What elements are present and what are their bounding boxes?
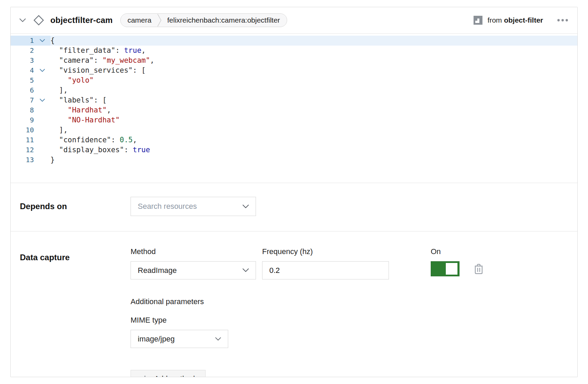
code-line-content: ], (50, 125, 577, 135)
data-capture-form: Method ReadImage Frequency (hz) On (131, 247, 483, 377)
module-icon (473, 15, 483, 25)
component-type-badge: camera felixreichenbach:camera:objectfil… (120, 13, 287, 27)
editor-line[interactable]: 5 "yolo" (11, 75, 577, 85)
line-number: 2 (11, 46, 34, 56)
fold-chevron-icon[interactable] (34, 65, 50, 75)
code-line-content: { (50, 36, 577, 46)
mime-type-label: MIME type (131, 316, 483, 325)
editor-line[interactable]: 9 "NO-Hardhat" (11, 115, 577, 125)
line-number: 12 (11, 145, 34, 155)
depends-on-section: Depends on Search resources (11, 183, 577, 231)
method-label: Method (131, 247, 256, 256)
breadcrumb-chevron-icon (157, 13, 161, 27)
add-method-button[interactable]: Add method (131, 370, 206, 377)
fold-spacer (34, 135, 50, 145)
fold-spacer (34, 56, 50, 65)
json-editor[interactable]: 1{2 "filter_data": true,3 "camera": "my_… (11, 34, 577, 183)
code-line-content: "display_boxes": true (50, 145, 577, 155)
line-number: 5 (11, 75, 34, 85)
from-module-text[interactable]: from object-filter (488, 16, 543, 24)
line-number: 9 (11, 115, 34, 125)
code-line-content: "labels": [ (50, 95, 577, 105)
add-method-label: Add method (154, 374, 195, 377)
line-number: 11 (11, 135, 34, 145)
select-chevron-icon (243, 268, 249, 272)
editor-line[interactable]: 3 "camera": "my_webcam", (11, 56, 577, 65)
line-number: 1 (11, 36, 34, 46)
toggle-knob (446, 263, 457, 275)
fold-spacer (34, 145, 50, 155)
depends-on-placeholder: Search resources (138, 202, 197, 211)
depends-on-select[interactable]: Search resources (131, 197, 256, 216)
code-line-content: "yolo" (50, 75, 577, 85)
module-name[interactable]: object-filter (504, 16, 543, 24)
frequency-input[interactable] (262, 261, 389, 279)
editor-line[interactable]: 1{ (11, 36, 577, 46)
method-value: ReadImage (138, 266, 177, 275)
editor-line[interactable]: 11 "confidence": 0.5, (11, 135, 577, 145)
depends-on-label: Depends on (11, 202, 131, 211)
fold-spacer (34, 46, 50, 56)
code-line-content: } (50, 155, 577, 165)
line-number: 8 (11, 105, 34, 115)
ellipsis-menu-icon[interactable] (557, 19, 568, 22)
from-word: from (488, 16, 504, 24)
code-line-content: "filter_data": true, (50, 46, 577, 56)
mime-type-value: image/jpeg (138, 335, 175, 344)
fold-chevron-icon[interactable] (34, 36, 50, 46)
line-number: 3 (11, 56, 34, 65)
data-capture-label: Data capture (11, 247, 131, 377)
mime-type-select[interactable]: image/jpeg (131, 330, 228, 348)
line-number: 13 (11, 155, 34, 165)
frequency-label: Frequency (hz) (262, 247, 389, 256)
code-line-content: "Hardhat", (50, 105, 577, 115)
trash-icon[interactable] (474, 263, 483, 274)
data-capture-section: Data capture Method ReadImage Frequency … (11, 231, 577, 377)
select-chevron-icon (215, 337, 221, 341)
header-right: from object-filter (473, 15, 568, 25)
fold-spacer (34, 75, 50, 85)
data-capture-toggle[interactable] (431, 261, 460, 276)
line-number: 7 (11, 95, 34, 105)
fold-spacer (34, 125, 50, 135)
editor-line[interactable]: 8 "Hardhat", (11, 105, 577, 115)
select-chevron-icon (243, 205, 249, 208)
editor-line[interactable]: 10 ], (11, 125, 577, 135)
code-line-content: "confidence": 0.5, (50, 135, 577, 145)
method-select[interactable]: ReadImage (131, 261, 256, 279)
line-number: 10 (11, 125, 34, 135)
on-label: On (431, 247, 483, 256)
fold-spacer (34, 85, 50, 95)
fold-spacer (34, 155, 50, 165)
fold-chevron-icon[interactable] (34, 95, 50, 105)
code-line-content: "vision_services": [ (50, 65, 577, 75)
editor-line[interactable]: 4 "vision_services": [ (11, 65, 577, 75)
code-line-content: ], (50, 85, 577, 95)
line-number: 4 (11, 65, 34, 75)
component-card: objectfilter-cam camera felixreichenbach… (10, 7, 578, 377)
editor-line[interactable]: 2 "filter_data": true, (11, 46, 577, 56)
fold-spacer (34, 105, 50, 115)
model-label: felixreichenbach:camera:objectfilter (167, 16, 280, 24)
fold-spacer (34, 115, 50, 125)
component-title: objectfilter-cam (50, 15, 113, 25)
plus-icon (141, 375, 149, 377)
editor-line[interactable]: 12 "display_boxes": true (11, 145, 577, 155)
collapse-chevron-icon[interactable] (20, 19, 26, 22)
editor-line[interactable]: 7 "labels": [ (11, 95, 577, 105)
code-line-content: "NO-Hardhat" (50, 115, 577, 125)
additional-parameters-label: Additional parameters (131, 297, 483, 306)
diamond-icon (33, 15, 44, 26)
line-number: 6 (11, 85, 34, 95)
editor-line[interactable]: 6 ], (11, 85, 577, 95)
type-label: camera (127, 16, 151, 24)
component-header: objectfilter-cam camera felixreichenbach… (11, 7, 577, 34)
editor-line[interactable]: 13} (11, 155, 577, 165)
code-line-content: "camera": "my_webcam", (50, 56, 577, 65)
